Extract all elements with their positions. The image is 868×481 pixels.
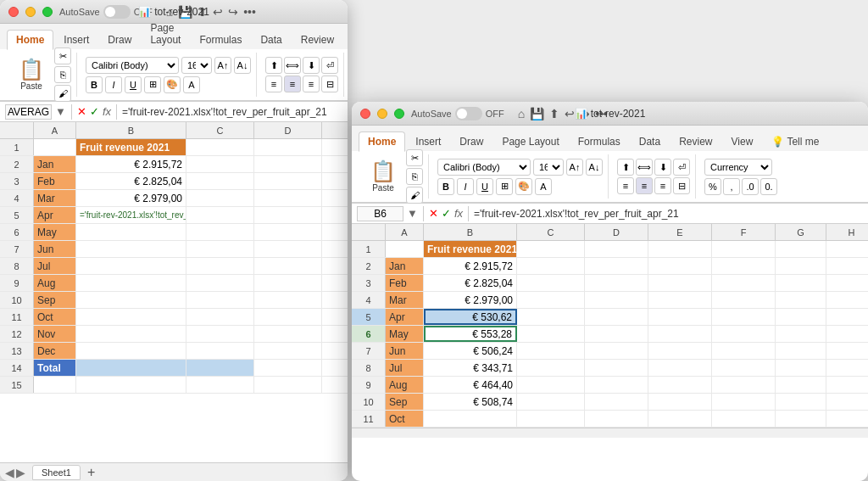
front-cell-h5[interactable] <box>826 309 868 325</box>
front-cell-d1[interactable] <box>585 241 648 257</box>
front-cell-h9[interactable] <box>826 377 868 393</box>
minimize-dot[interactable] <box>25 7 36 17</box>
front-inc-decimal-button[interactable]: .0 <box>742 178 759 195</box>
front-home-icon[interactable]: ⌂ <box>518 107 525 120</box>
front-cell-g9[interactable] <box>776 377 826 393</box>
front-cell-d9[interactable] <box>585 377 648 393</box>
cell-b15[interactable] <box>76 377 186 393</box>
cell-a7[interactable]: Jun <box>34 241 76 257</box>
front-cell-d3[interactable] <box>585 275 648 291</box>
front-cell-b2[interactable]: € 2.915,72 <box>424 258 517 274</box>
font-name-select[interactable]: Calibri (Body) <box>86 57 179 74</box>
front-align-center[interactable]: ≡ <box>636 177 653 194</box>
front-cell-g10[interactable] <box>776 394 826 410</box>
cell-c9[interactable] <box>186 275 254 291</box>
front-tab-formulas[interactable]: Formulas <box>570 132 629 151</box>
front-cell-d2[interactable] <box>585 258 648 274</box>
cell-b12[interactable] <box>76 326 186 342</box>
align-middle-button[interactable]: ⟺ <box>284 57 301 74</box>
front-align-left[interactable]: ≡ <box>617 177 634 194</box>
maximize-dot[interactable] <box>42 7 53 17</box>
front-tab-view[interactable]: View <box>723 132 762 151</box>
front-copy-button[interactable]: ⎘ <box>406 168 423 185</box>
tab-home-back[interactable]: Home <box>7 30 53 50</box>
align-center-button[interactable]: ≡ <box>284 76 301 92</box>
front-cell-g7[interactable] <box>776 343 826 359</box>
front-tab-review[interactable]: Review <box>670 132 721 151</box>
front-merge-button[interactable]: ⊟ <box>673 177 690 194</box>
italic-button[interactable]: I <box>105 76 122 93</box>
cell-d6[interactable] <box>254 224 322 240</box>
cell-c7[interactable] <box>186 241 254 257</box>
front-cell-c6[interactable] <box>517 326 585 342</box>
front-cell-a11[interactable]: Oct <box>386 411 424 427</box>
cell-e7[interactable] <box>322 241 348 257</box>
front-cell-b7[interactable]: € 506,24 <box>424 343 517 359</box>
cell-e10[interactable] <box>322 292 348 308</box>
cell-d9[interactable] <box>254 275 322 291</box>
front-cut-button[interactable]: ✂ <box>406 149 423 166</box>
cell-c5[interactable] <box>186 207 254 223</box>
tab-draw-back[interactable]: Draw <box>99 31 140 49</box>
front-cell-c7[interactable] <box>517 343 585 359</box>
cell-e8[interactable] <box>322 258 348 274</box>
front-cell-f3[interactable] <box>712 275 776 291</box>
cell-b1[interactable]: Fruit revenue 2021 <box>76 139 186 155</box>
autosave-toggle[interactable] <box>103 5 131 19</box>
front-cell-f1[interactable] <box>712 241 776 257</box>
front-paste-button[interactable]: 📋 Paste <box>364 159 403 194</box>
front-cell-e7[interactable] <box>648 343 712 359</box>
front-cell-e2[interactable] <box>648 258 712 274</box>
front-percent-button[interactable]: % <box>704 178 721 195</box>
more-icon[interactable]: ••• <box>243 5 256 19</box>
cell-a9[interactable]: Aug <box>34 275 76 291</box>
front-cell-h10[interactable] <box>826 394 868 410</box>
cell-c11[interactable] <box>186 309 254 325</box>
front-cell-h8[interactable] <box>826 360 868 376</box>
cell-e5[interactable] <box>322 207 348 223</box>
font-color-button[interactable]: A <box>183 76 200 93</box>
front-share-icon[interactable]: ⬆ <box>549 107 559 120</box>
cell-a2[interactable]: Jan <box>34 156 76 172</box>
cell-d14[interactable] <box>254 360 322 376</box>
front-cell-c4[interactable] <box>517 292 585 308</box>
cell-d2[interactable] <box>254 156 322 172</box>
front-autosave-toggle[interactable] <box>455 107 482 120</box>
front-cell-f5[interactable] <box>712 309 776 325</box>
undo-icon[interactable]: ↩ <box>213 5 223 19</box>
front-comma-button[interactable]: , <box>723 178 740 195</box>
cut-button[interactable]: ✂ <box>54 48 71 64</box>
cell-a3[interactable]: Feb <box>34 173 76 189</box>
insert-function-icon[interactable]: fx <box>103 105 111 118</box>
cell-b4[interactable]: € 2.979,00 <box>76 190 186 206</box>
decrease-font-button[interactable]: A↓ <box>234 57 251 74</box>
front-border-button[interactable]: ⊞ <box>496 178 513 195</box>
cell-b9[interactable] <box>76 275 186 291</box>
cell-a1[interactable] <box>34 139 76 155</box>
align-top-button[interactable]: ⬆ <box>265 57 282 74</box>
front-cell-e8[interactable] <box>648 360 712 376</box>
cell-a5[interactable]: Apr <box>34 207 76 223</box>
cell-c3[interactable] <box>186 173 254 189</box>
front-cell-c10[interactable] <box>517 394 585 410</box>
front-cell-h6[interactable] <box>826 326 868 342</box>
cell-d5[interactable] <box>254 207 322 223</box>
wrap-text-button[interactable]: ⏎ <box>321 57 338 74</box>
cell-e1[interactable] <box>322 139 348 155</box>
front-cell-e9[interactable] <box>648 377 712 393</box>
cell-c12[interactable] <box>186 326 254 342</box>
front-cell-h11[interactable] <box>826 411 868 427</box>
cell-b13[interactable] <box>76 343 186 359</box>
add-sheet-button[interactable]: + <box>84 465 98 480</box>
front-cell-b6[interactable]: € 553,28 <box>424 326 517 342</box>
front-cell-e1[interactable] <box>648 241 712 257</box>
front-format-painter-button[interactable]: 🖌 <box>406 187 423 204</box>
front-tab-tellme[interactable]: 💡 Tell me <box>763 132 827 151</box>
cell-b11[interactable] <box>76 309 186 325</box>
cell-d4[interactable] <box>254 190 322 206</box>
front-close-dot[interactable] <box>360 109 370 119</box>
front-cell-c3[interactable] <box>517 275 585 291</box>
front-scrollbar[interactable] <box>352 428 868 438</box>
cell-e2[interactable] <box>322 156 348 172</box>
front-cell-g11[interactable] <box>776 411 826 427</box>
